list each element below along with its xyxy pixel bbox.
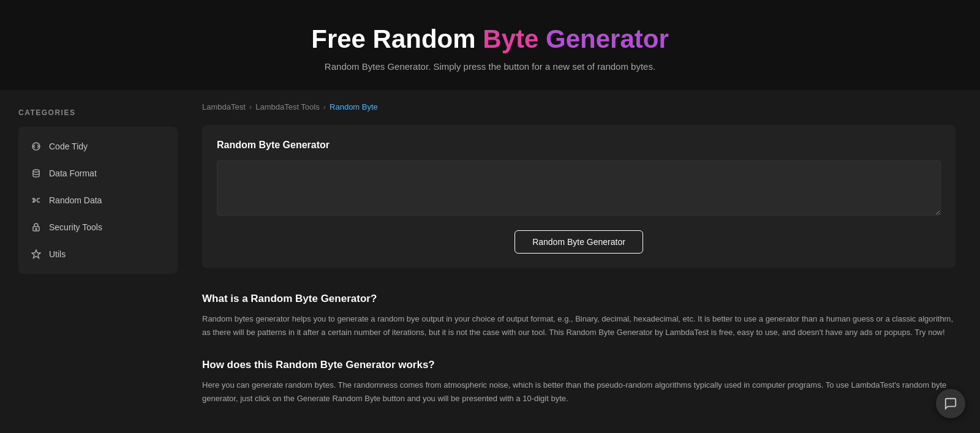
sidebar: CATEGORIES Code Tidy bbox=[0, 90, 178, 433]
breadcrumb-lambdatest[interactable]: LambdaTest bbox=[202, 102, 246, 111]
tool-actions: Random Byte Generator bbox=[217, 230, 941, 254]
output-textarea[interactable] bbox=[217, 160, 941, 216]
tool-panel-title: Random Byte Generator bbox=[217, 140, 941, 151]
sidebar-item-random-data[interactable]: Random Data bbox=[18, 187, 178, 214]
sidebar-menu: Code Tidy Data Format bbox=[18, 127, 178, 274]
info-title-what: What is a Random Byte Generator? bbox=[202, 293, 956, 305]
chat-button[interactable] bbox=[936, 389, 965, 418]
main-layout: CATEGORIES Code Tidy bbox=[0, 90, 980, 433]
sidebar-item-code-tidy[interactable]: Code Tidy bbox=[18, 133, 178, 160]
content-area: LambdaTest › LambdaTest Tools › Random B… bbox=[178, 90, 980, 433]
random-icon bbox=[31, 195, 42, 206]
sidebar-item-label-code-tidy: Code Tidy bbox=[49, 141, 88, 151]
sidebar-item-utils[interactable]: Utils bbox=[18, 241, 178, 268]
sidebar-item-label-data-format: Data Format bbox=[49, 168, 97, 178]
security-icon bbox=[31, 222, 42, 233]
page-subtitle: Random Bytes Generator. Simply press the… bbox=[12, 61, 968, 72]
svg-point-1 bbox=[33, 170, 39, 172]
breadcrumb-sep-1: › bbox=[249, 102, 252, 111]
sidebar-item-data-format[interactable]: Data Format bbox=[18, 160, 178, 187]
sidebar-item-label-random-data: Random Data bbox=[49, 195, 102, 205]
breadcrumb-sep-2: › bbox=[323, 102, 326, 111]
breadcrumb-current: Random Byte bbox=[330, 102, 378, 111]
data-icon bbox=[31, 168, 42, 179]
title-part3: Generator bbox=[538, 24, 668, 53]
page-header: Free Random Byte Generator Random Bytes … bbox=[0, 0, 980, 90]
info-text-what: Random bytes generator helps you to gene… bbox=[202, 312, 956, 339]
utils-icon bbox=[31, 249, 42, 260]
sidebar-item-security-tools[interactable]: Security Tools bbox=[18, 214, 178, 241]
title-part2: Byte bbox=[483, 24, 538, 53]
svg-marker-4 bbox=[32, 250, 40, 258]
breadcrumb: LambdaTest › LambdaTest Tools › Random B… bbox=[202, 102, 956, 111]
info-section-how: How does this Random Byte Generator work… bbox=[202, 359, 956, 405]
tool-panel: Random Byte Generator Random Byte Genera… bbox=[202, 125, 956, 268]
sidebar-item-label-security-tools: Security Tools bbox=[49, 222, 102, 232]
info-title-how: How does this Random Byte Generator work… bbox=[202, 359, 956, 371]
title-part1: Free Random bbox=[311, 24, 483, 53]
generate-button[interactable]: Random Byte Generator bbox=[514, 230, 643, 254]
svg-point-3 bbox=[36, 228, 37, 230]
page-title: Free Random Byte Generator bbox=[12, 24, 968, 54]
info-text-how: Here you can generate random bytes. The … bbox=[202, 378, 956, 405]
categories-label: CATEGORIES bbox=[18, 108, 178, 117]
code-icon bbox=[31, 141, 42, 152]
breadcrumb-lambdatest-tools[interactable]: LambdaTest Tools bbox=[255, 102, 320, 111]
sidebar-item-label-utils: Utils bbox=[49, 249, 66, 259]
info-section-what: What is a Random Byte Generator? Random … bbox=[202, 293, 956, 339]
